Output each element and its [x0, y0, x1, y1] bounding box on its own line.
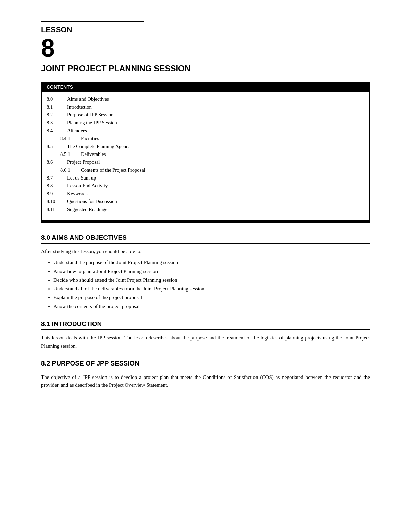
section-82-heading: 8.2 PURPOSE OF JPP SESSION — [41, 360, 370, 369]
contents-num: 8.4 — [47, 128, 67, 134]
contents-bottom-bar — [42, 220, 369, 222]
section-81-heading: 8.1 INTRODUCTION — [41, 320, 370, 330]
contents-num: 8.8 — [47, 183, 67, 189]
section-80-heading: 8.0 AIMS AND OBJECTIVES — [41, 234, 370, 244]
contents-num: 8.5.1 — [60, 151, 81, 157]
contents-num: 8.0 — [47, 96, 67, 102]
bullet-item: Know how to plan a Joint Project Plannin… — [53, 267, 370, 276]
contents-num: 8.6 — [47, 159, 67, 165]
contents-table: 8.0Aims and Objectives8.1Introduction8.2… — [42, 92, 369, 217]
contents-label: Keywords — [67, 191, 88, 197]
contents-num: 8.4.1 — [60, 136, 81, 141]
contents-row: 8.4Attendees — [47, 127, 364, 135]
contents-row: 8.0Aims and Objectives — [47, 95, 364, 103]
contents-label: Purpose of JPP Session — [67, 112, 113, 118]
contents-row: 8.5.1Deliverables — [47, 150, 364, 158]
bullet-item: Explain the purpose of the project propo… — [53, 293, 370, 302]
contents-row: 8.6.1Contents of the Project Proposal — [47, 166, 364, 174]
contents-label: Project Proposal — [67, 159, 100, 165]
contents-num: 8.2 — [47, 112, 67, 118]
contents-label: Aims and Objectives — [67, 96, 109, 102]
contents-num: 8.5 — [47, 144, 67, 149]
contents-row: 8.6Project Proposal — [47, 158, 364, 166]
contents-box: CONTENTS 8.0Aims and Objectives8.1Introd… — [41, 82, 370, 223]
contents-label: Introduction — [67, 104, 92, 110]
lesson-title: JOINT PROJECT PLANNING SESSION — [41, 64, 370, 73]
bullet-item: Know the contents of the project proposa… — [53, 302, 370, 311]
contents-num: 8.11 — [47, 207, 67, 212]
contents-label: Contents of the Project Proposal — [81, 167, 145, 173]
contents-num: 8.10 — [47, 199, 67, 205]
contents-num: 8.9 — [47, 191, 67, 197]
contents-row: 8.5The Complete Planning Agenda — [47, 143, 364, 150]
contents-header: CONTENTS — [42, 82, 369, 92]
contents-row: 8.11Suggested Readings — [47, 206, 364, 213]
contents-label: Questions for Discussion — [67, 199, 117, 205]
contents-row: 8.4.1Facilities — [47, 135, 364, 143]
section-80-bullets: Understand the purpose of the Joint Proj… — [41, 258, 370, 311]
contents-row: 8.1Introduction — [47, 103, 364, 111]
contents-label: Let us Sum up — [67, 175, 96, 181]
contents-num: 8.7 — [47, 175, 67, 181]
section-82-text: The objective of a JPP session is to dev… — [41, 373, 370, 389]
contents-num: 8.1 — [47, 104, 67, 110]
contents-row: 8.2Purpose of JPP Session — [47, 111, 364, 119]
contents-label: The Complete Planning Agenda — [67, 144, 131, 149]
lesson-label: LESSON — [41, 25, 370, 34]
contents-num: 8.3 — [47, 120, 67, 126]
contents-row: 8.9Keywords — [47, 190, 364, 198]
lesson-top-bar — [41, 21, 144, 22]
contents-row: 8.10Questions for Discussion — [47, 198, 364, 206]
contents-label: Deliverables — [81, 151, 106, 157]
bullet-item: Understand the purpose of the Joint Proj… — [53, 258, 370, 267]
contents-label: Planning the JPP Session — [67, 120, 117, 126]
contents-label: Attendees — [67, 128, 87, 134]
lesson-number: 8 — [41, 36, 370, 60]
section-81-text: This lesson deals with the JPP session. … — [41, 334, 370, 350]
contents-label: Lesson End Activity — [67, 183, 108, 189]
contents-label: Facilities — [81, 136, 99, 141]
contents-row: 8.3Planning the JPP Session — [47, 119, 364, 127]
contents-row: 8.8Lesson End Activity — [47, 182, 364, 190]
contents-label: Suggested Readings — [67, 207, 107, 212]
contents-row: 8.7Let us Sum up — [47, 174, 364, 182]
bullet-item: Decide who should attend the Joint Proje… — [53, 276, 370, 285]
contents-num: 8.6.1 — [60, 167, 81, 173]
section-80-intro: After studying this lesson, you should b… — [41, 248, 370, 256]
bullet-item: Understand all of the deliverables from … — [53, 285, 370, 294]
